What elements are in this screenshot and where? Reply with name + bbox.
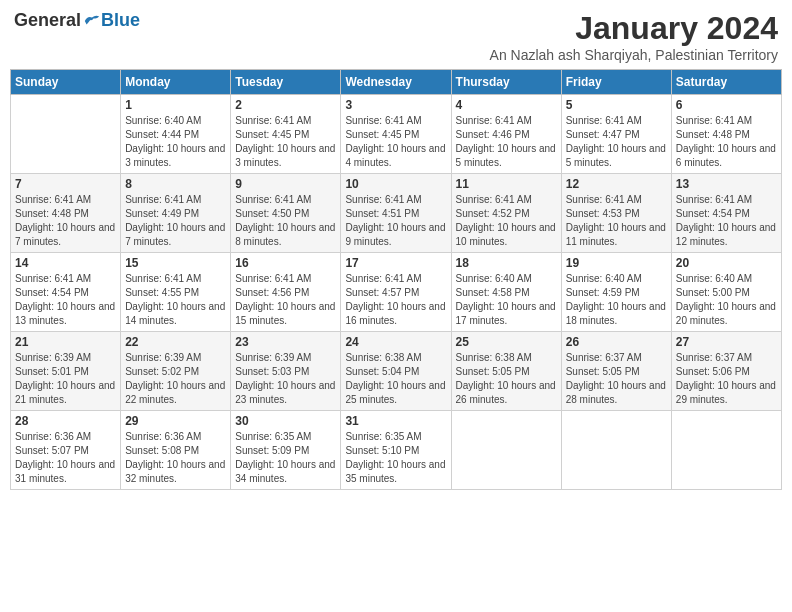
calendar-cell: 17Sunrise: 6:41 AMSunset: 4:57 PMDayligh…	[341, 253, 451, 332]
calendar-cell: 27Sunrise: 6:37 AMSunset: 5:06 PMDayligh…	[671, 332, 781, 411]
day-info: Sunrise: 6:35 AMSunset: 5:09 PMDaylight:…	[235, 430, 336, 486]
calendar-cell: 6Sunrise: 6:41 AMSunset: 4:48 PMDaylight…	[671, 95, 781, 174]
month-title: January 2024	[490, 10, 778, 47]
day-info: Sunrise: 6:41 AMSunset: 4:45 PMDaylight:…	[345, 114, 446, 170]
day-info: Sunrise: 6:40 AMSunset: 4:44 PMDaylight:…	[125, 114, 226, 170]
calendar-cell: 11Sunrise: 6:41 AMSunset: 4:52 PMDayligh…	[451, 174, 561, 253]
day-info: Sunrise: 6:41 AMSunset: 4:54 PMDaylight:…	[676, 193, 777, 249]
day-number: 5	[566, 98, 667, 112]
weekday-header-sunday: Sunday	[11, 70, 121, 95]
calendar-cell: 18Sunrise: 6:40 AMSunset: 4:58 PMDayligh…	[451, 253, 561, 332]
calendar-cell: 31Sunrise: 6:35 AMSunset: 5:10 PMDayligh…	[341, 411, 451, 490]
calendar-row: 7Sunrise: 6:41 AMSunset: 4:48 PMDaylight…	[11, 174, 782, 253]
calendar-cell	[451, 411, 561, 490]
day-number: 14	[15, 256, 116, 270]
day-info: Sunrise: 6:41 AMSunset: 4:57 PMDaylight:…	[345, 272, 446, 328]
calendar-row: 1Sunrise: 6:40 AMSunset: 4:44 PMDaylight…	[11, 95, 782, 174]
calendar-cell: 25Sunrise: 6:38 AMSunset: 5:05 PMDayligh…	[451, 332, 561, 411]
day-info: Sunrise: 6:41 AMSunset: 4:49 PMDaylight:…	[125, 193, 226, 249]
day-number: 19	[566, 256, 667, 270]
logo: General Blue	[14, 10, 140, 31]
logo-blue-text: Blue	[101, 10, 140, 31]
day-number: 15	[125, 256, 226, 270]
day-info: Sunrise: 6:40 AMSunset: 5:00 PMDaylight:…	[676, 272, 777, 328]
day-number: 31	[345, 414, 446, 428]
calendar-cell: 9Sunrise: 6:41 AMSunset: 4:50 PMDaylight…	[231, 174, 341, 253]
day-number: 29	[125, 414, 226, 428]
calendar-cell: 15Sunrise: 6:41 AMSunset: 4:55 PMDayligh…	[121, 253, 231, 332]
calendar-cell: 21Sunrise: 6:39 AMSunset: 5:01 PMDayligh…	[11, 332, 121, 411]
calendar-header-row: SundayMondayTuesdayWednesdayThursdayFrid…	[11, 70, 782, 95]
calendar-row: 28Sunrise: 6:36 AMSunset: 5:07 PMDayligh…	[11, 411, 782, 490]
calendar-cell	[561, 411, 671, 490]
calendar-cell: 28Sunrise: 6:36 AMSunset: 5:07 PMDayligh…	[11, 411, 121, 490]
weekday-header-saturday: Saturday	[671, 70, 781, 95]
logo-general-text: General	[14, 10, 81, 31]
weekday-header-friday: Friday	[561, 70, 671, 95]
calendar-cell: 26Sunrise: 6:37 AMSunset: 5:05 PMDayligh…	[561, 332, 671, 411]
day-info: Sunrise: 6:38 AMSunset: 5:05 PMDaylight:…	[456, 351, 557, 407]
day-number: 23	[235, 335, 336, 349]
weekday-header-tuesday: Tuesday	[231, 70, 341, 95]
calendar-cell	[671, 411, 781, 490]
weekday-header-monday: Monday	[121, 70, 231, 95]
calendar-cell: 4Sunrise: 6:41 AMSunset: 4:46 PMDaylight…	[451, 95, 561, 174]
calendar-cell: 8Sunrise: 6:41 AMSunset: 4:49 PMDaylight…	[121, 174, 231, 253]
calendar-cell: 2Sunrise: 6:41 AMSunset: 4:45 PMDaylight…	[231, 95, 341, 174]
day-info: Sunrise: 6:35 AMSunset: 5:10 PMDaylight:…	[345, 430, 446, 486]
day-number: 1	[125, 98, 226, 112]
day-number: 27	[676, 335, 777, 349]
day-info: Sunrise: 6:41 AMSunset: 4:50 PMDaylight:…	[235, 193, 336, 249]
day-info: Sunrise: 6:41 AMSunset: 4:56 PMDaylight:…	[235, 272, 336, 328]
day-number: 20	[676, 256, 777, 270]
day-info: Sunrise: 6:39 AMSunset: 5:01 PMDaylight:…	[15, 351, 116, 407]
day-number: 3	[345, 98, 446, 112]
weekday-header-thursday: Thursday	[451, 70, 561, 95]
calendar-cell: 14Sunrise: 6:41 AMSunset: 4:54 PMDayligh…	[11, 253, 121, 332]
day-info: Sunrise: 6:36 AMSunset: 5:08 PMDaylight:…	[125, 430, 226, 486]
calendar-cell: 19Sunrise: 6:40 AMSunset: 4:59 PMDayligh…	[561, 253, 671, 332]
day-info: Sunrise: 6:41 AMSunset: 4:53 PMDaylight:…	[566, 193, 667, 249]
calendar-cell: 24Sunrise: 6:38 AMSunset: 5:04 PMDayligh…	[341, 332, 451, 411]
day-number: 18	[456, 256, 557, 270]
day-number: 25	[456, 335, 557, 349]
page-header: General Blue January 2024 An Nazlah ash …	[10, 10, 782, 63]
logo-bird-icon	[83, 13, 101, 29]
calendar-cell	[11, 95, 121, 174]
calendar-cell: 3Sunrise: 6:41 AMSunset: 4:45 PMDaylight…	[341, 95, 451, 174]
day-info: Sunrise: 6:41 AMSunset: 4:55 PMDaylight:…	[125, 272, 226, 328]
day-info: Sunrise: 6:36 AMSunset: 5:07 PMDaylight:…	[15, 430, 116, 486]
calendar-cell: 10Sunrise: 6:41 AMSunset: 4:51 PMDayligh…	[341, 174, 451, 253]
day-number: 26	[566, 335, 667, 349]
calendar-cell: 22Sunrise: 6:39 AMSunset: 5:02 PMDayligh…	[121, 332, 231, 411]
calendar-cell: 20Sunrise: 6:40 AMSunset: 5:00 PMDayligh…	[671, 253, 781, 332]
day-info: Sunrise: 6:37 AMSunset: 5:06 PMDaylight:…	[676, 351, 777, 407]
location-title: An Nazlah ash Sharqiyah, Palestinian Ter…	[490, 47, 778, 63]
day-number: 13	[676, 177, 777, 191]
calendar-table: SundayMondayTuesdayWednesdayThursdayFrid…	[10, 69, 782, 490]
day-number: 9	[235, 177, 336, 191]
day-info: Sunrise: 6:39 AMSunset: 5:02 PMDaylight:…	[125, 351, 226, 407]
day-info: Sunrise: 6:41 AMSunset: 4:48 PMDaylight:…	[15, 193, 116, 249]
day-info: Sunrise: 6:40 AMSunset: 4:58 PMDaylight:…	[456, 272, 557, 328]
day-info: Sunrise: 6:41 AMSunset: 4:54 PMDaylight:…	[15, 272, 116, 328]
calendar-cell: 13Sunrise: 6:41 AMSunset: 4:54 PMDayligh…	[671, 174, 781, 253]
day-info: Sunrise: 6:41 AMSunset: 4:47 PMDaylight:…	[566, 114, 667, 170]
day-number: 8	[125, 177, 226, 191]
calendar-cell: 30Sunrise: 6:35 AMSunset: 5:09 PMDayligh…	[231, 411, 341, 490]
calendar-cell: 16Sunrise: 6:41 AMSunset: 4:56 PMDayligh…	[231, 253, 341, 332]
calendar-cell: 12Sunrise: 6:41 AMSunset: 4:53 PMDayligh…	[561, 174, 671, 253]
day-info: Sunrise: 6:41 AMSunset: 4:48 PMDaylight:…	[676, 114, 777, 170]
calendar-row: 21Sunrise: 6:39 AMSunset: 5:01 PMDayligh…	[11, 332, 782, 411]
calendar-cell: 1Sunrise: 6:40 AMSunset: 4:44 PMDaylight…	[121, 95, 231, 174]
title-section: January 2024 An Nazlah ash Sharqiyah, Pa…	[490, 10, 778, 63]
day-number: 6	[676, 98, 777, 112]
day-number: 12	[566, 177, 667, 191]
day-info: Sunrise: 6:37 AMSunset: 5:05 PMDaylight:…	[566, 351, 667, 407]
day-info: Sunrise: 6:41 AMSunset: 4:51 PMDaylight:…	[345, 193, 446, 249]
calendar-row: 14Sunrise: 6:41 AMSunset: 4:54 PMDayligh…	[11, 253, 782, 332]
day-number: 28	[15, 414, 116, 428]
day-number: 7	[15, 177, 116, 191]
day-info: Sunrise: 6:41 AMSunset: 4:45 PMDaylight:…	[235, 114, 336, 170]
weekday-header-wednesday: Wednesday	[341, 70, 451, 95]
